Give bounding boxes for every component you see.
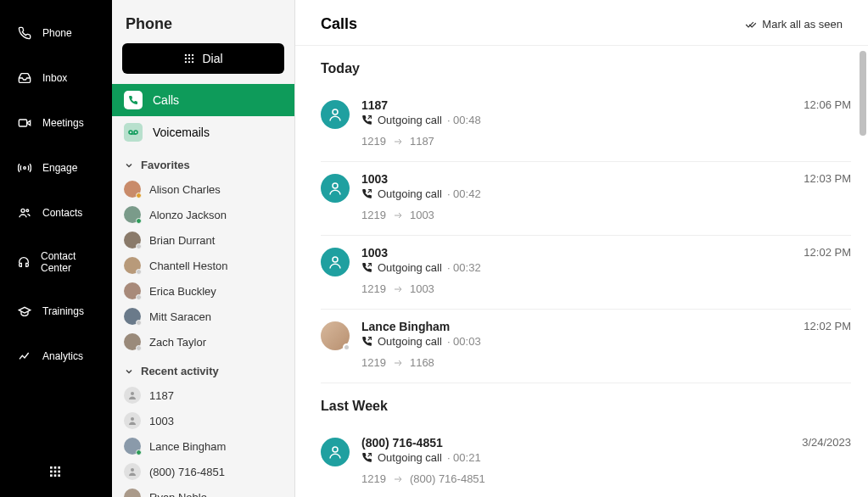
contact-name: Alonzo Jackson [149,209,227,221]
nav-label: Engage [42,162,77,174]
svg-rect-8 [54,471,57,473]
avatar [124,463,141,480]
recent-contact[interactable]: Ryan Noble [112,484,294,497]
outgoing-call-icon [361,452,372,463]
call-row[interactable]: Lance Bingham 12:02 PM Outgoing call · 0… [321,310,851,383]
check-all-icon [745,19,757,31]
nav-item-phone[interactable]: Phone [0,17,112,49]
mark-all-seen-button[interactable]: Mark all as seen [745,18,843,31]
nav-item-meetings[interactable]: Meetings [0,107,112,139]
call-avatar [321,174,350,203]
phone-panel: Phone Dial Calls Voicemails Favorites Al… [112,0,295,497]
call-type: Outgoing call [378,114,442,126]
favorite-contact[interactable]: Zach Taylor [112,329,294,355]
outgoing-call-icon [361,188,372,199]
call-to: 1003 [410,209,434,221]
favorite-contact[interactable]: Erica Buckley [112,278,294,304]
call-to: 1168 [410,356,434,369]
favorite-contact[interactable]: Alison Charles [112,176,294,202]
nav-item-analytics[interactable]: Analytics [0,340,112,372]
nav-item-contact-center[interactable]: Contact Center [0,242,112,282]
svg-point-2 [21,209,25,212]
status-indicator [136,450,142,455]
svg-rect-4 [50,466,53,469]
svg-point-17 [188,58,190,59]
svg-rect-12 [58,474,60,477]
arrow-right-icon [393,284,403,294]
svg-point-18 [192,58,193,59]
call-row[interactable]: 1003 12:02 PM Outgoing call · 00:32 1219… [321,236,851,310]
section-label: Calls [153,93,179,107]
nav-item-trainings[interactable]: Trainings [0,295,112,327]
recent-contact[interactable]: (800) 716-4851 [112,459,294,484]
status-indicator [136,218,142,224]
main-header: Calls Mark all as seen [295,0,868,46]
avatar [124,282,141,299]
arrow-right-icon [393,474,403,484]
svg-point-14 [188,54,190,56]
recent-header[interactable]: Recent activity [112,355,294,383]
recent-contact[interactable]: 1187 [112,383,294,408]
svg-point-28 [333,109,338,114]
call-to: 1187 [410,135,434,148]
contacts-icon [17,205,32,221]
favorite-contact[interactable]: Brian Durrant [112,227,294,253]
nav-label: Analytics [42,350,83,362]
contact-name: Zach Taylor [149,336,206,349]
svg-point-19 [185,61,187,63]
call-avatar [321,248,350,276]
svg-point-1 [24,167,26,170]
nav-label: Contact Center [41,250,95,274]
call-time: 3/24/2023 [802,436,851,449]
call-time: 12:02 PM [804,320,851,332]
svg-point-13 [185,54,187,56]
call-title: 1003 [361,246,388,260]
nav-label: Meetings [42,117,84,129]
nav-sidebar: Phone Inbox Meetings Engage Contacts Con… [0,0,112,497]
nav-item-engage[interactable]: Engage [0,152,112,184]
call-from: 1219 [361,356,386,369]
call-from: 1219 [361,209,386,221]
call-row[interactable]: 1187 12:06 PM Outgoing call · 00:48 1219… [321,88,851,162]
call-avatar [321,321,350,350]
nav-label: Phone [42,27,72,39]
favorites-header[interactable]: Favorites [112,148,294,176]
status-indicator [136,320,142,326]
call-title: 1187 [361,98,388,112]
call-to: 1003 [410,282,434,295]
call-duration: · 00:32 [447,261,481,274]
section-voicemails[interactable]: Voicemails [112,116,294,148]
nav-item-inbox[interactable]: Inbox [0,62,112,94]
phone-icon [17,25,32,41]
main-title: Calls [321,15,357,33]
svg-rect-10 [50,474,53,477]
section-calls[interactable]: Calls [112,84,294,116]
avatar [124,489,141,497]
arrow-right-icon [393,137,403,147]
scrollbar-thumb[interactable] [860,51,866,136]
analytics-icon [17,349,32,364]
svg-point-20 [188,61,190,63]
call-duration: · 00:48 [447,114,481,126]
call-type: Outgoing call [378,451,442,464]
avatar [124,438,141,455]
call-from: 1219 [361,472,386,485]
nav-item-contacts[interactable]: Contacts [0,197,112,229]
call-duration: · 00:42 [447,187,481,200]
call-title: (800) 716-4851 [361,436,443,450]
favorite-contact[interactable]: Chantell Heston [112,253,294,278]
dial-button[interactable]: Dial [122,43,284,74]
favorite-contact[interactable]: Alonzo Jackson [112,202,294,227]
contact-name: Erica Buckley [149,285,216,298]
inbox-icon [17,70,32,86]
call-row[interactable]: 1003 12:03 PM Outgoing call · 00:42 1219… [321,162,851,236]
dial-label: Dial [202,52,222,65]
recent-contact[interactable]: Lance Bingham [112,433,294,459]
svg-rect-7 [50,471,53,473]
recent-contact[interactable]: 1003 [112,408,294,433]
call-type: Outgoing call [378,261,442,274]
apps-grid-icon[interactable] [48,465,64,480]
calls-list[interactable]: Today 1187 12:06 PM Outgoing call · 00:4… [295,46,868,497]
call-row[interactable]: (800) 716-4851 3/24/2023 Outgoing call ·… [321,426,851,497]
favorite-contact[interactable]: Mitt Saracen [112,304,294,329]
